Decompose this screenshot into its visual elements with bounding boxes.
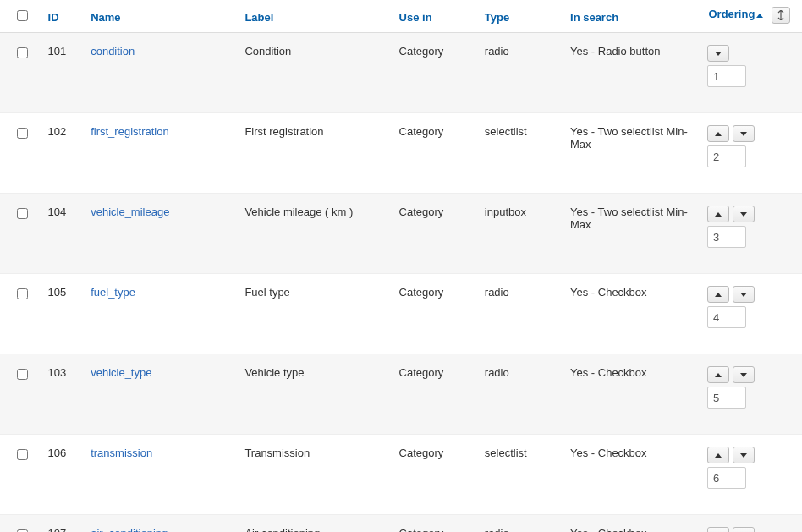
chevron-down-icon [740, 293, 747, 297]
move-down-button[interactable] [733, 447, 755, 463]
fields-table: ID Name Label Use in Type In search Orde… [0, 0, 802, 532]
row-label: Condition [236, 33, 390, 113]
row-type: radio [476, 354, 562, 435]
row-name-link[interactable]: vehicle_type [91, 366, 151, 379]
row-name-link[interactable]: condition [91, 45, 135, 58]
move-up-button[interactable] [707, 447, 729, 463]
row-label: Fuel type [236, 274, 390, 354]
row-checkbox[interactable] [17, 288, 28, 299]
move-down-button[interactable] [733, 366, 755, 383]
row-label: Vehicle mileage ( km ) [236, 194, 390, 274]
col-type[interactable]: Type [476, 0, 562, 33]
row-type: selectlist [476, 113, 562, 194]
table-row: 102first_registrationFirst registrationC… [0, 113, 802, 194]
move-down-button[interactable] [707, 45, 729, 62]
move-down-button[interactable] [733, 527, 755, 532]
col-label[interactable]: Label [236, 0, 390, 33]
row-id: 104 [40, 194, 83, 274]
row-in-search: Yes - Two selectlist Min-Max [562, 194, 699, 274]
sort-asc-icon [756, 14, 763, 18]
row-in-search: Yes - Checkbox [562, 274, 699, 354]
row-in-search: Yes - Checkbox [562, 435, 699, 515]
move-down-button[interactable] [733, 286, 755, 303]
col-ordering[interactable]: Ordering [708, 8, 755, 20]
chevron-up-icon [715, 212, 722, 217]
row-label: Vehicle type [236, 354, 390, 435]
chevron-up-icon [715, 132, 722, 136]
row-id: 107 [40, 515, 83, 533]
move-up-button[interactable] [707, 527, 729, 532]
row-id: 102 [40, 113, 83, 194]
row-use-in: Category [391, 515, 476, 533]
order-input[interactable] [707, 387, 746, 409]
row-use-in: Category [391, 435, 476, 515]
col-name[interactable]: Name [82, 0, 236, 33]
row-type: selectlist [476, 435, 562, 515]
chevron-up-icon [715, 453, 722, 458]
row-type: radio [476, 515, 562, 533]
row-use-in: Category [391, 113, 476, 194]
move-down-button[interactable] [733, 206, 755, 222]
chevron-up-icon [715, 293, 722, 297]
order-input[interactable] [707, 306, 746, 328]
row-in-search: Yes - Checkbox [562, 515, 699, 533]
row-use-in: Category [391, 354, 476, 435]
row-checkbox[interactable] [17, 369, 28, 380]
table-row: 103vehicle_typeVehicle typeCategoryradio… [0, 354, 802, 435]
row-name-link[interactable]: first_registration [91, 125, 168, 138]
row-use-in: Category [391, 194, 476, 274]
move-up-button[interactable] [707, 286, 729, 303]
save-order-button[interactable] [772, 7, 790, 24]
row-checkbox[interactable] [17, 47, 28, 58]
row-label: Air conditioning [236, 515, 390, 533]
row-type: radio [476, 33, 562, 113]
row-name-link[interactable]: air_conditioning [91, 527, 168, 532]
col-use-in[interactable]: Use in [391, 0, 476, 33]
order-input[interactable] [707, 65, 746, 87]
table-row: 105fuel_typeFuel typeCategoryradioYes - … [0, 274, 802, 354]
chevron-down-icon [740, 453, 747, 458]
row-type: inputbox [476, 194, 562, 274]
row-id: 106 [40, 435, 83, 515]
row-name-link[interactable]: fuel_type [91, 286, 135, 299]
row-use-in: Category [391, 33, 476, 113]
chevron-down-icon [740, 132, 747, 136]
row-id: 103 [40, 354, 83, 435]
chevron-down-icon [740, 373, 747, 377]
chevron-down-icon [740, 212, 747, 217]
move-up-button[interactable] [707, 206, 729, 222]
row-in-search: Yes - Checkbox [562, 354, 699, 435]
row-label: Transmission [236, 435, 390, 515]
chevron-up-icon [715, 373, 722, 377]
table-row: 101conditionConditionCategoryradioYes - … [0, 33, 802, 113]
table-row: 104vehicle_mileageVehicle mileage ( km )… [0, 194, 802, 274]
move-up-button[interactable] [707, 366, 729, 383]
order-input[interactable] [707, 226, 746, 248]
row-name-link[interactable]: transmission [91, 447, 152, 459]
move-down-button[interactable] [733, 125, 755, 142]
row-in-search: Yes - Two selectlist Min-Max [562, 113, 699, 194]
chevron-down-icon [715, 52, 722, 56]
row-checkbox[interactable] [17, 208, 28, 219]
row-use-in: Category [391, 274, 476, 354]
row-label: First registration [236, 113, 390, 194]
move-up-button[interactable] [707, 125, 729, 142]
table-row: 106transmissionTransmissionCategoryselec… [0, 435, 802, 515]
order-input[interactable] [707, 467, 746, 489]
row-name-link[interactable]: vehicle_mileage [91, 206, 169, 218]
row-checkbox[interactable] [17, 449, 28, 460]
row-id: 101 [40, 33, 83, 113]
row-id: 105 [40, 274, 83, 354]
row-checkbox[interactable] [17, 128, 28, 139]
row-type: radio [476, 274, 562, 354]
select-all-checkbox[interactable] [17, 10, 28, 21]
order-input[interactable] [707, 145, 746, 167]
col-id[interactable]: ID [40, 0, 83, 33]
col-in-search[interactable]: In search [562, 0, 699, 33]
row-in-search: Yes - Radio button [562, 33, 699, 113]
table-row: 107air_conditioningAir conditioningCateg… [0, 515, 802, 533]
